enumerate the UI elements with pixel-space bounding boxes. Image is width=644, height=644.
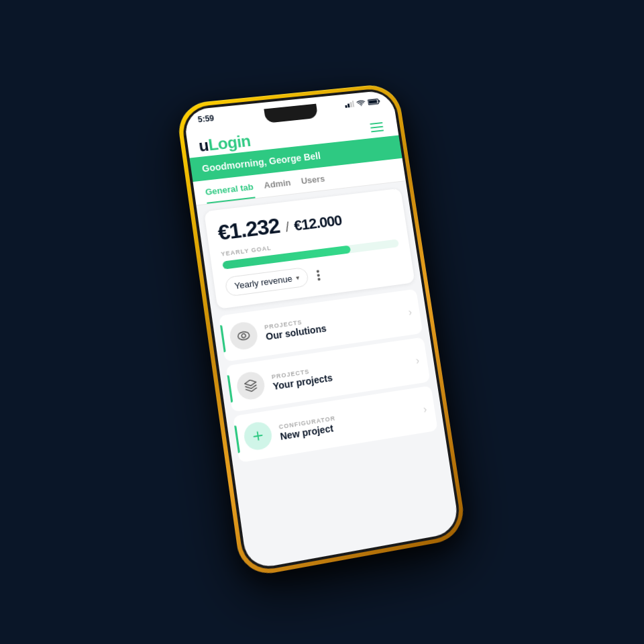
svg-rect-1 bbox=[347, 103, 350, 107]
revenue-slash: / bbox=[282, 219, 293, 235]
svg-rect-3 bbox=[352, 101, 354, 107]
phone-wrapper: 5:59 bbox=[175, 83, 468, 578]
revenue-dropdown[interactable]: Yearly revenue ▾ bbox=[224, 267, 309, 297]
chevron-down-icon: ▾ bbox=[296, 274, 301, 281]
wifi-icon bbox=[356, 99, 366, 107]
svg-point-7 bbox=[237, 331, 250, 340]
logo-suffix: Login bbox=[207, 131, 252, 154]
scene: 5:59 bbox=[0, 0, 644, 644]
tab-general[interactable]: General tab bbox=[205, 182, 255, 204]
revenue-total: €12.000 bbox=[293, 212, 343, 234]
plus-icon bbox=[250, 428, 266, 444]
project-icon-layers bbox=[235, 370, 266, 401]
project-info-new-project: CONFIGURATOR New project bbox=[278, 402, 417, 441]
status-icons bbox=[344, 98, 381, 108]
hamburger-icon bbox=[370, 122, 384, 132]
tab-admin[interactable]: Admin bbox=[263, 178, 292, 197]
layers-icon bbox=[243, 378, 258, 393]
tab-users[interactable]: Users bbox=[301, 174, 327, 193]
project-icon-eye bbox=[228, 321, 259, 352]
project-items: PROJECTS Our solutions › PROJECT bbox=[219, 289, 438, 463]
project-icon-plus bbox=[242, 420, 273, 451]
battery-icon bbox=[368, 98, 381, 105]
project-info-solutions: PROJECTS Our solutions bbox=[264, 305, 402, 341]
svg-rect-0 bbox=[345, 105, 347, 108]
revenue-current: €1.232 bbox=[216, 213, 281, 245]
svg-rect-2 bbox=[350, 102, 352, 107]
chevron-right-icon-3: › bbox=[423, 403, 428, 416]
eye-icon bbox=[236, 330, 251, 341]
chevron-right-icon-2: › bbox=[415, 355, 420, 367]
signal-icon bbox=[344, 101, 354, 108]
revenue-card: €1.232 / €12.000 YEARLY GOAL Yearly reve… bbox=[204, 189, 415, 309]
svg-point-8 bbox=[241, 333, 246, 338]
hamburger-button[interactable] bbox=[365, 116, 388, 139]
phone-screen: 5:59 bbox=[183, 90, 460, 571]
chevron-right-icon-1: › bbox=[407, 306, 413, 318]
project-info-your-projects: PROJECTS Your projects bbox=[271, 354, 409, 392]
revenue-dropdown-text: Yearly revenue bbox=[234, 274, 293, 291]
status-time: 5:59 bbox=[197, 113, 215, 124]
more-options-button[interactable] bbox=[313, 266, 323, 283]
svg-rect-6 bbox=[368, 100, 377, 104]
